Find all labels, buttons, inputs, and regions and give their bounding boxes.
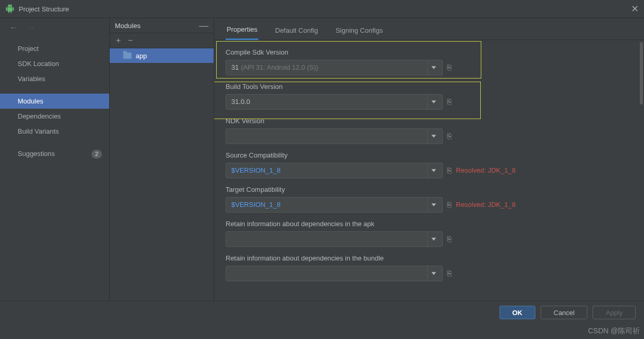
source-compat-combo[interactable]: $VERSION_1_8 xyxy=(226,163,443,178)
cancel-button[interactable]: Cancel xyxy=(541,306,587,319)
bind-icon[interactable]: ⎘ xyxy=(447,63,452,72)
bind-icon[interactable]: ⎘ xyxy=(447,132,452,140)
bind-icon[interactable]: ⎘ xyxy=(447,200,452,209)
ndk-combo[interactable] xyxy=(226,128,443,144)
bind-icon[interactable]: ⎘ xyxy=(447,166,452,175)
sidebar-item-project[interactable]: Project xyxy=(0,41,109,56)
compile-sdk-combo[interactable]: 31 (API 31: Android 12.0 (S)) xyxy=(226,60,443,75)
tab-bar: Properties Default Config Signing Config… xyxy=(214,18,644,40)
bind-icon[interactable]: ⎘ xyxy=(447,269,452,278)
suggestions-badge: 2 xyxy=(91,150,102,159)
sidebar: ← → Project SDK Location Variables Modul… xyxy=(0,18,110,301)
tab-default-config[interactable]: Default Config xyxy=(274,27,319,40)
sidebar-item-sdk-location[interactable]: SDK Location xyxy=(0,56,109,71)
target-compat-resolved: Resolved: JDK_1_8 xyxy=(456,201,516,208)
module-tree-item-app[interactable]: app xyxy=(110,48,214,63)
remove-module-button[interactable]: − xyxy=(128,36,133,45)
compile-sdk-value: 31 xyxy=(231,63,239,71)
android-icon xyxy=(5,4,15,14)
sidebar-item-suggestions[interactable]: Suggestions 2 xyxy=(0,146,109,161)
bind-icon[interactable]: ⎘ xyxy=(447,234,452,243)
build-tools-label: Build Tools Version xyxy=(226,83,639,90)
sidebar-item-modules[interactable]: Modules xyxy=(0,94,109,109)
compile-sdk-hint: (API 31: Android 12.0 (S)) xyxy=(241,63,318,71)
compile-sdk-label: Compile Sdk Version xyxy=(226,48,639,56)
sidebar-item-label: Suggestions xyxy=(18,150,55,158)
apply-button[interactable]: Apply xyxy=(593,306,636,319)
modules-panel-title: Modules xyxy=(115,22,140,30)
chevron-down-icon xyxy=(427,60,439,75)
dialog-footer: OK Cancel Apply xyxy=(0,301,644,324)
chevron-down-icon xyxy=(427,95,439,109)
bind-icon[interactable]: ⎘ xyxy=(447,97,452,106)
tab-signing-configs[interactable]: Signing Configs xyxy=(335,27,384,40)
collapse-icon[interactable]: — xyxy=(199,23,208,28)
sidebar-item-variables[interactable]: Variables xyxy=(0,71,109,86)
chevron-down-icon xyxy=(427,266,439,281)
chevron-down-icon xyxy=(427,198,439,212)
module-name: app xyxy=(136,52,147,60)
watermark: CSDN @陈司祈 xyxy=(588,327,640,336)
chevron-down-icon xyxy=(427,163,439,178)
retain-apk-combo[interactable] xyxy=(226,231,443,247)
nav-back-icon[interactable]: ← xyxy=(9,23,18,32)
modules-panel: Modules — + − app xyxy=(110,18,214,301)
source-compat-resolved: Resolved: JDK_1_8 xyxy=(456,166,516,174)
chevron-down-icon xyxy=(427,129,439,144)
folder-icon xyxy=(123,53,132,59)
window-title: Project Structure xyxy=(19,5,69,13)
source-compat-label: Source Compatibility xyxy=(226,151,639,159)
chevron-down-icon xyxy=(427,232,439,246)
retain-bundle-label: Retain information about dependencies in… xyxy=(226,254,639,262)
build-tools-value: 31.0.0 xyxy=(231,98,250,106)
add-module-button[interactable]: + xyxy=(116,36,121,45)
nav-forward-icon: → xyxy=(27,23,35,32)
target-compat-combo[interactable]: $VERSION_1_8 xyxy=(226,197,443,213)
close-icon[interactable]: ✕ xyxy=(631,3,639,15)
build-tools-combo[interactable]: 31.0.0 xyxy=(226,94,443,110)
retain-apk-label: Retain information about dependencies in… xyxy=(226,220,639,228)
target-compat-value: $VERSION_1_8 xyxy=(231,201,281,208)
sidebar-item-build-variants[interactable]: Build Variants xyxy=(0,124,109,139)
ok-button[interactable]: OK xyxy=(500,306,536,319)
properties-form: Compile Sdk Version 31 (API 31: Android … xyxy=(214,40,644,301)
titlebar: Project Structure ✕ xyxy=(0,0,644,18)
target-compat-label: Target Compatibility xyxy=(226,186,639,193)
retain-bundle-combo[interactable] xyxy=(226,266,443,281)
sidebar-item-dependencies[interactable]: Dependencies xyxy=(0,109,109,124)
ndk-label: NDK Version xyxy=(226,117,639,125)
tab-properties[interactable]: Properties xyxy=(226,25,258,40)
scrollbar[interactable] xyxy=(640,42,643,105)
source-compat-value: $VERSION_1_8 xyxy=(231,166,281,174)
